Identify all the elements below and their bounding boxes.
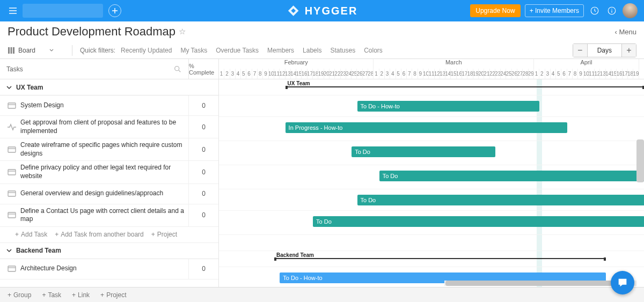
day-cell: 15 [611, 69, 617, 79]
month-march: March [374, 59, 534, 69]
day-cell: 11 [589, 69, 595, 79]
task-row[interactable]: Architecture Design0 [0, 259, 218, 279]
chevron-down-icon[interactable] [6, 248, 12, 253]
group-name: UX Team [16, 84, 43, 91]
tasks-search-icon[interactable] [173, 65, 182, 73]
filter-row: Board Quick filters: Recently UpdatedMy … [0, 42, 644, 59]
day-cell: 6 [561, 69, 567, 79]
view-selector[interactable]: Board [8, 47, 64, 54]
quick-filter-colors[interactable]: Colors [364, 47, 383, 54]
task-complete: 0 [188, 204, 218, 226]
chevron-down-icon[interactable] [6, 85, 12, 90]
day-cell: 13 [286, 69, 291, 79]
timeline-group-bar[interactable] [274, 258, 606, 259]
search-input[interactable] [26, 7, 106, 14]
gantt-bar[interactable]: In Progress - How-to [286, 122, 567, 133]
board-icon [8, 47, 15, 54]
card-icon [8, 145, 16, 154]
gantt-bar[interactable]: To Do [352, 146, 495, 157]
day-cell: 14 [606, 69, 611, 79]
brand-text: HYGGER [305, 5, 358, 17]
timeline-group-label: UX Team [288, 80, 310, 86]
horizontal-scrollbar[interactable] [444, 281, 636, 286]
day-cell: 25 [506, 69, 511, 79]
quick-filter-recently-updated[interactable]: Recently Updated [121, 47, 172, 54]
complete-column-label: % Complete [188, 59, 218, 79]
gantt-bar[interactable]: To Do [357, 195, 645, 205]
svg-rect-8 [8, 103, 16, 108]
group-header[interactable]: UX Team [0, 79, 218, 95]
timeline-body[interactable]: UX TeamTo Do - How-toIn Progress - How-t… [219, 79, 644, 287]
task-row[interactable]: Define privacy policy and other legal te… [0, 161, 218, 183]
day-cell: 23 [341, 69, 346, 79]
chat-fab[interactable] [611, 271, 634, 294]
upgrade-button[interactable]: Upgrade Now [470, 4, 520, 17]
day-cell: 8 [258, 69, 263, 79]
add-task-button[interactable]: +Task [42, 291, 61, 299]
card-icon [8, 211, 16, 219]
day-cell: 10 [269, 69, 274, 79]
invite-button[interactable]: + Invite Members [525, 4, 584, 17]
day-cell: 21 [330, 69, 335, 79]
task-row[interactable]: Get approval from client of proposal and… [0, 116, 218, 138]
add-group-button[interactable]: +Group [8, 291, 31, 299]
day-cell: 13 [440, 69, 445, 79]
info-icon[interactable] [605, 4, 618, 17]
add-project-button[interactable]: +Project [100, 291, 126, 299]
gantt-bar[interactable]: To Do [313, 216, 644, 227]
day-cell: 6 [246, 69, 252, 79]
quick-filter-labels[interactable]: Labels [303, 47, 321, 54]
timeline-group-bar[interactable] [286, 86, 644, 87]
svg-rect-10 [8, 170, 16, 175]
search-box[interactable] [23, 4, 103, 18]
day-cell: 17 [623, 69, 628, 79]
svg-rect-11 [8, 191, 16, 196]
month-april: April [534, 59, 639, 69]
day-cell: 18 [628, 69, 633, 79]
add-project-inline[interactable]: +Project [151, 231, 177, 238]
day-cell: 3 [545, 69, 551, 79]
card-icon [8, 189, 16, 198]
task-row[interactable]: General overview and design guidelines/a… [0, 184, 218, 204]
add-link-button[interactable]: +Link [72, 291, 90, 299]
card-icon [8, 101, 16, 110]
svg-point-7 [175, 66, 179, 70]
day-cell: 4 [551, 69, 556, 79]
day-cell: 15 [451, 69, 456, 79]
day-cell: 9 [418, 69, 423, 79]
task-row[interactable]: Define a Contact Us page with correct cl… [0, 204, 218, 227]
task-name: System Design [20, 99, 188, 113]
gantt-bar[interactable]: To Do - How-to [357, 101, 540, 112]
card-icon [8, 168, 16, 176]
svg-rect-13 [8, 266, 16, 271]
view-name: Board [18, 47, 35, 54]
day-cell: 5 [556, 69, 561, 79]
task-row[interactable]: System Design0 [0, 95, 218, 116]
zoom-in-button[interactable]: + [622, 44, 636, 57]
zoom-label: Days [587, 44, 622, 57]
card-icon [8, 264, 16, 273]
quick-filter-statuses[interactable]: Statuses [330, 47, 355, 54]
zoom-out-button[interactable]: − [573, 44, 587, 57]
add-task-inline[interactable]: +Add Task [15, 231, 47, 238]
day-cell: 5 [241, 69, 246, 79]
quick-filter-members[interactable]: Members [267, 47, 294, 54]
day-cell: 1 [374, 69, 379, 79]
quick-filter-overdue-tasks[interactable]: Overdue Tasks [216, 47, 259, 54]
vertical-scrollbar[interactable] [636, 139, 644, 182]
group-header[interactable]: Backend Team [0, 243, 218, 259]
gantt-bar[interactable]: To Do [379, 171, 644, 181]
task-complete: 0 [188, 259, 218, 279]
day-cell: 7 [407, 69, 412, 79]
star-icon[interactable]: ☆ [179, 27, 186, 36]
hamburger-icon[interactable] [6, 4, 19, 17]
add-task-from-board[interactable]: +Add Task from another board [55, 231, 144, 238]
quick-filter-my-tasks[interactable]: My Tasks [180, 47, 207, 54]
menu-link[interactable]: Menu [615, 28, 636, 36]
group-name: Backend Team [16, 247, 61, 254]
clock-icon[interactable] [588, 4, 601, 17]
task-row[interactable]: Create wireframe of specific pages which… [0, 138, 218, 161]
add-icon[interactable] [108, 4, 121, 17]
timeline-header: FebruaryMarchApril 123456789101112131415… [219, 59, 644, 79]
avatar[interactable] [623, 3, 638, 18]
